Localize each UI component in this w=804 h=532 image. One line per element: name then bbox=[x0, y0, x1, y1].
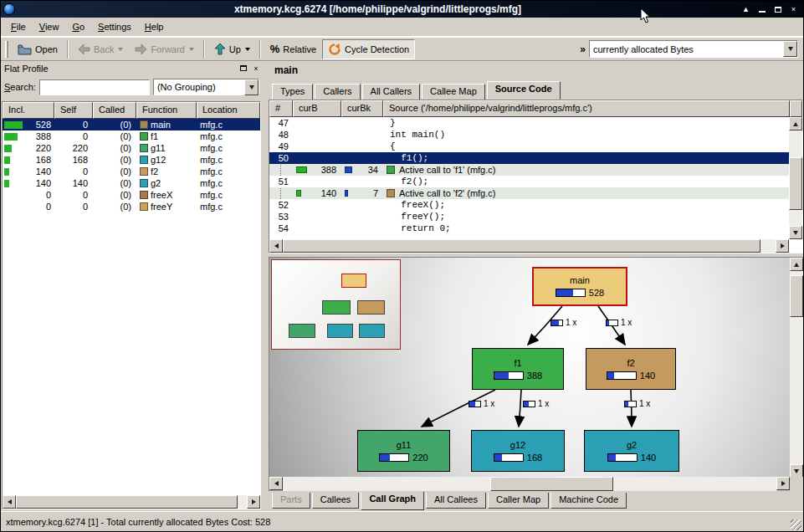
tab-callers[interactable]: Callers bbox=[315, 84, 360, 100]
horizontal-scrollbar[interactable] bbox=[269, 239, 789, 253]
table-row[interactable]: 0 0 (0) freeY mfg.c bbox=[3, 201, 260, 212]
scroll-right-button[interactable] bbox=[776, 477, 790, 490]
dock-close-button[interactable]: × bbox=[251, 64, 261, 74]
source-line[interactable]: 47 } bbox=[269, 117, 789, 129]
scroll-down-button[interactable] bbox=[790, 464, 803, 478]
source-call-line[interactable]: 140 7 Active call to 'f2' (mfg.c) bbox=[269, 187, 789, 199]
tab-machine-code[interactable]: Machine Code bbox=[551, 493, 627, 509]
column-header-location[interactable]: Location bbox=[197, 102, 260, 119]
menu-settings[interactable]: Settings bbox=[91, 18, 138, 35]
graph-node-f1[interactable]: f1 388 bbox=[472, 348, 564, 390]
dock-titlebar[interactable]: Flat Profile × bbox=[2, 61, 264, 75]
graph-node-g11[interactable]: g11 220 bbox=[357, 430, 450, 472]
back-arrow-icon bbox=[78, 43, 90, 55]
graph-node-f2[interactable]: f2 140 bbox=[586, 348, 676, 390]
scrollbar-track[interactable] bbox=[790, 271, 803, 464]
shade-button[interactable]: ▲ bbox=[739, 3, 753, 16]
tab-source-code[interactable]: Source Code bbox=[487, 81, 561, 100]
column-header-line[interactable]: # bbox=[269, 100, 293, 117]
scrollbar-thumb[interactable] bbox=[490, 477, 614, 491]
scroll-left-button[interactable] bbox=[269, 477, 283, 490]
tab-caller-map[interactable]: Caller Map bbox=[488, 493, 549, 509]
tab-all-callers[interactable]: All Callers bbox=[362, 84, 421, 100]
open-button[interactable]: Open bbox=[12, 39, 64, 59]
scroll-right-button[interactable] bbox=[776, 239, 789, 253]
cost-bar-icon bbox=[556, 289, 586, 297]
search-label: Search: bbox=[4, 82, 36, 92]
scroll-up-button[interactable] bbox=[790, 258, 803, 271]
tab-parts[interactable]: Parts bbox=[272, 493, 310, 509]
column-header-curbk[interactable]: curBk bbox=[341, 100, 383, 117]
scrollbar-track[interactable] bbox=[16, 495, 247, 509]
column-header-self[interactable]: Self bbox=[54, 102, 93, 119]
table-row[interactable]: 140 140 (0) g2 mfg.c bbox=[3, 177, 260, 189]
table-row[interactable]: 168 168 (0) g12 mfg.c bbox=[3, 154, 260, 166]
scrollbar-thumb[interactable] bbox=[283, 239, 760, 253]
table-row[interactable]: 388 0 (0) f1 mfg.c bbox=[3, 130, 260, 142]
maximize-button[interactable] bbox=[771, 3, 785, 16]
scrollbar-thumb[interactable] bbox=[789, 157, 802, 210]
column-header-curb[interactable]: curB bbox=[293, 100, 341, 117]
graph-node-main[interactable]: main 528 bbox=[532, 267, 627, 306]
resize-grip[interactable] bbox=[791, 519, 801, 530]
search-input[interactable] bbox=[39, 79, 150, 95]
table-row[interactable]: 0 0 (0) freeX mfg.c bbox=[3, 189, 260, 201]
grouping-select[interactable]: (No Grouping) bbox=[153, 79, 259, 95]
horizontal-scrollbar[interactable] bbox=[3, 495, 260, 509]
tab-callees[interactable]: Callees bbox=[312, 493, 360, 509]
source-line[interactable]: 49 { bbox=[269, 141, 789, 152]
tab-types[interactable]: Types bbox=[272, 84, 313, 100]
scroll-left-button[interactable] bbox=[3, 495, 16, 509]
graph-node-g12[interactable]: g12 168 bbox=[471, 430, 565, 472]
menu-go[interactable]: Go bbox=[65, 18, 91, 35]
table-row[interactable]: 528 0 (0) main mfg.c bbox=[3, 119, 260, 130]
horizontal-scrollbar[interactable] bbox=[269, 477, 790, 491]
scrollbar-thumb[interactable] bbox=[16, 495, 238, 509]
relative-toggle-button[interactable]: % Relative bbox=[264, 39, 322, 59]
source-line[interactable]: 54 return 0; bbox=[269, 223, 789, 234]
menu-view[interactable]: View bbox=[33, 18, 66, 35]
source-line-selected[interactable]: 50 f1(); bbox=[269, 152, 789, 164]
table-row[interactable]: 220 220 (0) g11 mfg.c bbox=[3, 142, 260, 154]
menu-help[interactable]: Help bbox=[138, 18, 171, 35]
source-call-line[interactable]: 388 34 Active call to 'f1' (mfg.c) bbox=[269, 164, 789, 176]
tab-callee-map[interactable]: Callee Map bbox=[422, 84, 485, 100]
combo-arrow-button[interactable] bbox=[783, 41, 797, 57]
minimize-button[interactable] bbox=[755, 3, 769, 16]
column-header-called[interactable]: Called bbox=[93, 102, 136, 119]
scroll-left-button[interactable] bbox=[269, 239, 283, 253]
scrollbar-thumb[interactable] bbox=[790, 275, 803, 318]
scrollbar-track[interactable] bbox=[789, 130, 802, 226]
source-line[interactable]: 51 f2(); bbox=[269, 176, 789, 187]
column-header-function[interactable]: Function bbox=[136, 102, 197, 119]
toolbar-handle[interactable] bbox=[5, 41, 8, 58]
source-line[interactable]: 48 int main() bbox=[269, 129, 789, 141]
close-button[interactable]: × bbox=[786, 3, 801, 16]
forward-button[interactable]: Forward bbox=[129, 39, 199, 59]
scroll-up-button[interactable] bbox=[789, 117, 802, 130]
vertical-scrollbar[interactable] bbox=[789, 117, 802, 239]
graph-minimap[interactable] bbox=[271, 259, 401, 350]
toolbar-overflow-button[interactable]: » bbox=[580, 43, 586, 55]
scroll-right-button[interactable] bbox=[247, 495, 260, 509]
menu-file[interactable]: File bbox=[4, 18, 33, 35]
table-row[interactable]: 140 0 (0) f2 mfg.c bbox=[3, 166, 260, 177]
column-header-source[interactable]: Source ('/home/philippe/valgrind/littlep… bbox=[383, 100, 790, 117]
tab-call-graph[interactable]: Call Graph bbox=[361, 492, 424, 510]
back-button[interactable]: Back bbox=[72, 39, 129, 59]
vertical-scrollbar[interactable] bbox=[790, 258, 803, 478]
combo-arrow-button[interactable] bbox=[244, 79, 259, 95]
call-graph-view[interactable]: main 528 f1 388 f2 140 g11 220 g12 168 g… bbox=[269, 257, 803, 491]
up-button[interactable]: Up bbox=[208, 39, 256, 59]
cycle-detection-toggle-button[interactable]: Cycle Detection bbox=[322, 39, 415, 59]
source-line[interactable]: 53 freeY(); bbox=[269, 211, 789, 223]
graph-node-g2[interactable]: g2 140 bbox=[584, 430, 679, 472]
dock-float-button[interactable] bbox=[238, 64, 248, 74]
scroll-down-button[interactable] bbox=[789, 226, 802, 239]
source-line[interactable]: 52 freeX(); bbox=[269, 199, 789, 211]
scrollbar-track[interactable] bbox=[283, 239, 776, 253]
event-type-select[interactable]: currently allocated Bytes bbox=[589, 40, 798, 58]
scrollbar-track[interactable] bbox=[283, 477, 776, 491]
tab-all-callees[interactable]: All Callees bbox=[426, 493, 486, 509]
column-header-incl[interactable]: Incl. bbox=[3, 102, 54, 119]
